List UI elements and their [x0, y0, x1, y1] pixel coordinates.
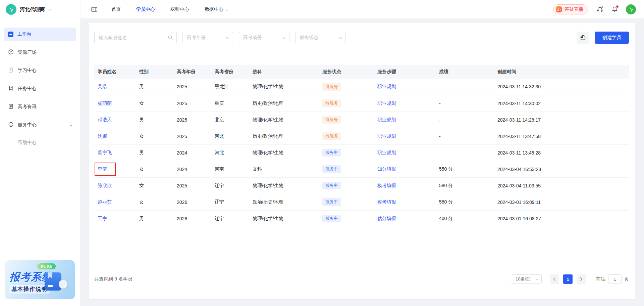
nav-home[interactable]: 首页	[111, 6, 121, 12]
create-student-button[interactable]: 创建学员	[595, 32, 629, 44]
student-name-link[interactable]: 吴浩	[98, 84, 107, 89]
cell-service-status: 待服务	[319, 95, 374, 112]
nav-student-center[interactable]: 学员中心	[136, 6, 155, 12]
col-exam-province: 高考省份	[211, 65, 249, 79]
smiley-service-icon	[8, 122, 14, 128]
service-step-link[interactable]: 知分填报	[377, 166, 396, 172]
table-row[interactable]: 程浩天 男 2025 北京 物理/化学/生物 待服务 职业规划 - 2024-0…	[94, 112, 629, 128]
service-step-link[interactable]: 职业规划	[377, 100, 396, 106]
table-row[interactable]: 杨萌萌 女 2025 重庆 历史/政治/地理 待服务 职业规划 - 2024-0…	[94, 95, 629, 112]
cell-gender: 女	[136, 95, 173, 112]
col-score: 成绩	[436, 65, 494, 79]
cell-gender: 男	[136, 79, 173, 95]
sidebar-item-learning-center[interactable]: 学习中心	[4, 64, 76, 77]
select-service-status[interactable]: 服务状态	[295, 32, 346, 43]
service-step-link[interactable]: 职业规划	[377, 133, 396, 139]
service-step-link[interactable]: 模考填报	[377, 183, 396, 188]
service-step-link[interactable]: 职业规划	[377, 117, 396, 122]
table-row[interactable]: 李倩 女 2024 河南 文科 服务中 知分填报 550 分 2024-03-0…	[94, 161, 629, 177]
student-name-link[interactable]: 王宇	[98, 216, 107, 221]
cell-score: -	[436, 95, 494, 112]
search-icon[interactable]	[168, 35, 173, 41]
select-exam-year[interactable]: 高考年份	[182, 32, 233, 43]
table-row[interactable]: 沈娜 女 2025 河北 历史/政治/地理 待服务 职业规划 - 2024-03…	[94, 128, 629, 144]
sidebar-item-label: 高考资讯	[18, 104, 37, 110]
user-avatar[interactable]	[626, 4, 636, 14]
cell-exam-province: 辽宁	[211, 194, 249, 210]
cell-service-step: 职业规划	[374, 128, 436, 144]
service-step-link[interactable]: 职业规划	[377, 84, 396, 89]
cell-exam-year: 2026	[173, 210, 211, 227]
cell-gender: 女	[136, 128, 173, 144]
promo-banner[interactable]: V6.0.0 报考系统 基本操作说明	[5, 260, 75, 299]
cell-created-time: 2024-03-11 14:32:30	[494, 79, 629, 95]
sidebar-toggle-icon[interactable]	[91, 7, 97, 12]
chevron-down-icon	[339, 35, 342, 40]
sidebar-item-workbench[interactable]: 工作台	[4, 28, 76, 41]
cell-exam-year: 2025	[173, 112, 211, 128]
top-header: 首页 学员中心 双师中心 数据中心 答疑直播 录	[80, 0, 644, 19]
table-row[interactable]: 吴浩 男 2025 黑龙江 物理/化学/生物 待服务 职业规划 - 2024-0…	[94, 79, 629, 95]
cell-exam-year: 2026	[173, 194, 211, 210]
live-qa-button[interactable]: 答疑直播	[553, 4, 588, 14]
brand-switcher[interactable]: 河北代理商	[0, 0, 80, 19]
cell-subjects: 物理/化学/生物	[249, 210, 319, 227]
book-lightbulb-icon	[45, 272, 61, 291]
student-name-link[interactable]: 陈欣欣	[98, 183, 112, 188]
goto-page-input[interactable]	[608, 274, 622, 284]
history-button[interactable]	[577, 32, 589, 44]
sidebar-item-help-center[interactable]: 帮助中心	[4, 136, 76, 149]
table-row[interactable]: 陈欣欣 女 2025 辽宁 物理/化学/生物 服务中 模考填报 580 分 20…	[94, 177, 629, 194]
nav-dual-teacher-center[interactable]: 双师中心	[170, 6, 189, 12]
student-name-link[interactable]: 杨萌萌	[98, 100, 112, 106]
cell-service-status: 待服务	[319, 112, 374, 128]
student-name-link[interactable]: 董宇飞	[98, 150, 112, 155]
service-step-link[interactable]: 模考填报	[377, 199, 396, 205]
sidebar-item-gaokao-news[interactable]: 高考资讯	[4, 100, 76, 114]
sidebar-item-service-center[interactable]: 服务中心	[4, 118, 76, 132]
search-input[interactable]	[95, 32, 176, 43]
cell-created-time: 2024-03-11 14:28:17	[494, 112, 629, 128]
cell-exam-year: 2025	[173, 177, 211, 194]
notification-bell-icon[interactable]	[611, 6, 618, 13]
table-row[interactable]: 赵丽茹 女 2026 辽宁 政治/历史/地理 服务中 模考填报 580 分 20…	[94, 194, 629, 210]
cell-gender: 男	[136, 112, 173, 128]
table-row[interactable]: 董宇飞 男 2024 河北 物理/化学/生物 服务中 职业规划 - 2024-0…	[94, 144, 629, 161]
student-name-link[interactable]: 沈娜	[98, 133, 107, 139]
headset-record-icon[interactable]: 录	[596, 6, 603, 13]
search-box	[94, 32, 177, 43]
student-name-link[interactable]: 程浩天	[98, 117, 112, 122]
main-area: 首页 学员中心 双师中心 数据中心 答疑直播 录	[80, 0, 644, 306]
svg-text:录: 录	[601, 6, 603, 9]
cell-service-status: 服务中	[319, 194, 374, 210]
cell-gender: 男	[136, 210, 173, 227]
cell-student-name: 赵丽茹	[94, 194, 136, 210]
chevron-up-icon	[69, 122, 73, 128]
student-name-link[interactable]: 赵丽茹	[98, 199, 112, 205]
top-nav: 首页 学员中心 双师中心 数据中心	[111, 6, 228, 12]
cell-service-status: 服务中	[319, 144, 374, 161]
chevron-down-icon	[226, 35, 229, 40]
col-student-name: 学员姓名	[94, 65, 136, 79]
promo-subtitle: 基本操作说明	[9, 285, 50, 294]
service-step-link[interactable]: 职业规划	[377, 150, 396, 155]
cell-score: -	[436, 144, 494, 161]
page-size-select[interactable]: 10条/页	[511, 274, 542, 284]
cell-student-name: 沈娜	[94, 128, 136, 144]
sidebar-item-task-center[interactable]: 任务中心	[4, 82, 76, 95]
status-badge: 待服务	[322, 83, 341, 91]
cell-subjects: 政治/历史/地理	[249, 194, 319, 210]
cell-service-step: 模考填报	[374, 194, 436, 210]
service-step-link[interactable]: 估分填报	[377, 216, 396, 221]
nav-data-center[interactable]: 数据中心	[205, 6, 228, 12]
select-exam-province[interactable]: 高考省份	[239, 32, 289, 43]
next-page-button[interactable]	[577, 274, 586, 284]
page-1-button[interactable]: 1	[563, 274, 573, 284]
prev-page-button[interactable]	[550, 274, 559, 284]
cell-service-status: 服务中	[319, 161, 374, 177]
student-name-link[interactable]: 李倩	[98, 166, 107, 172]
cell-subjects: 物理/化学/生物	[249, 177, 319, 194]
student-table-body: 吴浩 男 2025 黑龙江 物理/化学/生物 待服务 职业规划 - 2024-0…	[94, 79, 629, 227]
table-row[interactable]: 王宇 男 2026 辽宁 物理/化学/生物 服务中 估分填报 400 分 202…	[94, 210, 629, 227]
sidebar-item-resource-plaza[interactable]: 资源广场	[4, 46, 76, 59]
